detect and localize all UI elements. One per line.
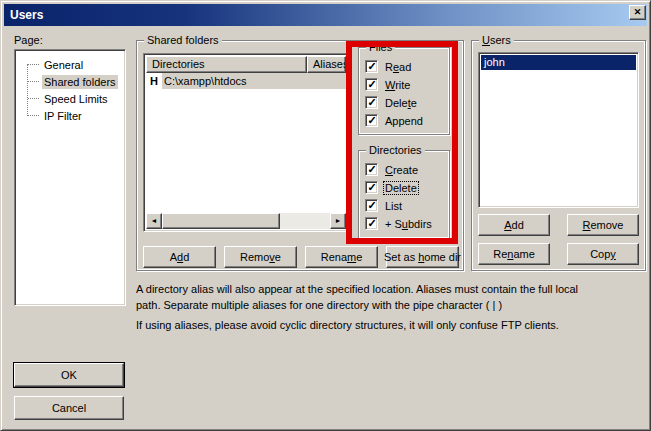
directory-path: C:\xampp\htdocs (162, 73, 346, 89)
tree-branch-icon (28, 115, 39, 116)
checkbox-write[interactable]: ✓ Write (365, 78, 424, 91)
users-group-label: Users (479, 34, 514, 47)
arrow-left-icon: ◄ (151, 217, 158, 224)
check-icon: ✓ (367, 218, 376, 229)
scroll-left-button[interactable]: ◄ (146, 213, 162, 229)
checkbox[interactable]: ✓ (365, 60, 378, 73)
help-text-line2: path. Separate multiple aliases for one … (136, 299, 651, 311)
check-icon: ✓ (367, 182, 376, 193)
files-options: ✓ Read ✓ Write ✓ Delete ✓ Append (365, 60, 424, 132)
checkbox[interactable]: ✓ (365, 181, 378, 194)
check-icon: ✓ (367, 79, 376, 90)
remove-folder-button[interactable]: Remove (224, 246, 297, 268)
add-folder-button[interactable]: Add (143, 246, 216, 268)
check-icon: ✓ (367, 97, 376, 108)
checkbox-label: Read (384, 61, 412, 73)
tree-item-shared-folders[interactable]: Shared folders (17, 73, 123, 90)
cancel-button[interactable]: Cancel (14, 396, 124, 420)
scrollbar-thumb[interactable] (162, 213, 280, 229)
checkbox-delete-dir[interactable]: ✓ Delete (365, 181, 433, 194)
column-header-aliases[interactable]: Aliases (307, 56, 346, 73)
rename-user-button[interactable]: Rename (478, 243, 550, 265)
checkbox[interactable]: ✓ (365, 78, 378, 91)
ok-button[interactable]: OK (14, 363, 124, 387)
tree-item-general[interactable]: General (17, 56, 123, 73)
tree-branch-icon (28, 98, 39, 99)
remove-user-button[interactable]: Remove (567, 214, 639, 236)
horizontal-scrollbar[interactable]: ◄ ► (146, 213, 346, 229)
users-listbox: john (478, 52, 639, 208)
tree-branch-icon (28, 81, 39, 82)
checkbox-read[interactable]: ✓ Read (365, 60, 424, 73)
user-list-item[interactable]: john (481, 55, 636, 70)
checkbox[interactable]: ✓ (365, 199, 378, 212)
arrow-right-icon: ► (335, 217, 342, 224)
checkbox[interactable]: ✓ (365, 114, 378, 127)
checkbox[interactable]: ✓ (365, 217, 378, 230)
page-label: Page: (14, 34, 43, 46)
close-button[interactable]: ✕ (629, 5, 646, 20)
checkbox-label: Create (384, 164, 419, 176)
checkbox-create[interactable]: ✓ Create (365, 163, 433, 176)
directories-listview: Directories Aliases H C:\xampp\htdocs ◄ … (143, 53, 349, 232)
title-bar[interactable]: Users (4, 4, 647, 26)
tree-item-ip-filter[interactable]: IP Filter (17, 107, 123, 124)
directories-options: ✓ Create ✓ Delete ✓ List ✓ + Subdirs (365, 163, 433, 235)
close-icon: ✕ (634, 7, 642, 17)
checkbox-label: List (384, 200, 403, 212)
copy-user-button[interactable]: Copy (567, 243, 639, 265)
tree-branch-icon (28, 64, 39, 65)
checkbox[interactable]: ✓ (365, 96, 378, 109)
check-icon: ✓ (367, 164, 376, 175)
check-icon: ✓ (367, 115, 376, 126)
directory-row[interactable]: H C:\xampp\htdocs (146, 73, 346, 89)
directories-group-label: Directories (366, 144, 425, 157)
help-text-line1: A directory alias will also appear at th… (136, 283, 651, 295)
page-tree: General Shared folders Speed Limits IP F… (14, 49, 126, 306)
users-dialog: Users ✕ Page: General Shared folders Spe… (0, 0, 651, 431)
set-home-dir-button[interactable]: Set as home dir (386, 246, 459, 268)
check-icon: ✓ (367, 61, 376, 72)
checkbox-append[interactable]: ✓ Append (365, 114, 424, 127)
scroll-right-button[interactable]: ► (330, 213, 346, 229)
checkbox-label: Delete (384, 182, 418, 194)
checkbox[interactable]: ✓ (365, 163, 378, 176)
rename-folder-button[interactable]: Rename (305, 246, 378, 268)
checkbox-label: Write (384, 79, 411, 91)
check-icon: ✓ (367, 200, 376, 211)
column-header-directories[interactable]: Directories (146, 56, 307, 73)
help-text-line3: If using aliases, please avoid cyclic di… (136, 319, 651, 331)
scrollbar-track[interactable] (280, 213, 330, 229)
window-title: Users (10, 8, 43, 22)
listview-header: Directories Aliases (146, 56, 346, 73)
add-user-button[interactable]: Add (478, 214, 550, 236)
checkbox-label: Append (384, 115, 424, 127)
checkbox-list[interactable]: ✓ List (365, 199, 433, 212)
home-marker: H (146, 73, 162, 89)
checkbox-label: Delete (384, 97, 418, 109)
tree-item-speed-limits[interactable]: Speed Limits (17, 90, 123, 107)
shared-folders-group-label: Shared folders (144, 34, 222, 47)
checkbox-subdirs[interactable]: ✓ + Subdirs (365, 217, 433, 230)
checkbox-delete-file[interactable]: ✓ Delete (365, 96, 424, 109)
files-group-label: Files (366, 41, 395, 54)
checkbox-label: + Subdirs (384, 218, 433, 230)
